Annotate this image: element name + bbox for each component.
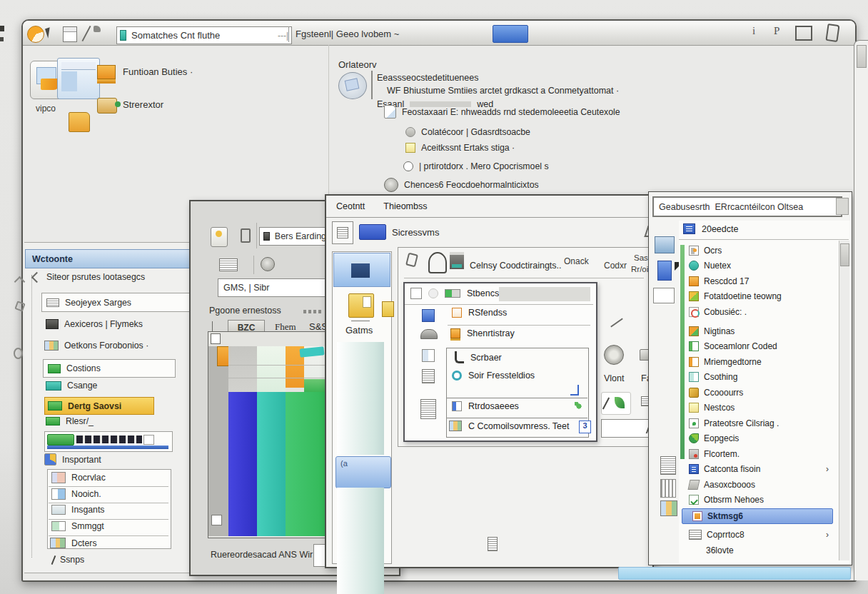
welcome-item-7[interactable]: Rlesr/_ bbox=[46, 416, 94, 426]
welcome-item-9[interactable]: Rocrvlac bbox=[51, 472, 106, 483]
tree-item[interactable]: Ccooourrs bbox=[679, 386, 839, 400]
popup-item-3[interactable]: Soir Fressteldios bbox=[452, 371, 535, 381]
w2-header-color[interactable]: Codxr bbox=[604, 261, 627, 271]
tree-item[interactable]: Soceamlonr Coded bbox=[679, 339, 839, 353]
function-buttons-label[interactable]: Funtioan Buties · bbox=[123, 66, 193, 77]
titlebar-search-field[interactable]: ---| bbox=[116, 26, 292, 44]
welcome-item-5[interactable]: Csange bbox=[46, 381, 97, 391]
welcome-item-4[interactable]: Costions bbox=[43, 359, 176, 378]
dome-icon[interactable] bbox=[420, 329, 438, 339]
yellow-tag-icon[interactable] bbox=[382, 301, 394, 317]
w3-search-field[interactable] bbox=[652, 196, 842, 217]
tree-item[interactable]: Csothing bbox=[679, 370, 839, 384]
panel-icon[interactable] bbox=[422, 349, 435, 362]
menu-content[interactable]: Ceotntt bbox=[332, 200, 369, 213]
tree-item[interactable]: Eopgecis bbox=[679, 431, 839, 446]
sphere-icon[interactable] bbox=[261, 257, 275, 271]
welcome-item-1[interactable]: Seojeyex Sarges bbox=[41, 293, 198, 312]
popup-item-0[interactable]: RSfendss bbox=[452, 308, 507, 318]
tree-item[interactable]: Ocrs bbox=[679, 243, 839, 258]
tree-item[interactable]: Fotatdoetine teowng bbox=[679, 289, 839, 303]
tree-scroll-thumb[interactable] bbox=[840, 243, 849, 266]
tree-item[interactable]: Nestcos bbox=[679, 401, 839, 415]
tree-item[interactable]: Aasoxcbooos bbox=[679, 478, 839, 492]
welcome-item-10[interactable]: Nooich. bbox=[51, 488, 101, 500]
maximize-icon[interactable] bbox=[795, 26, 812, 41]
tree-item-selected[interactable]: Sktmsg6 bbox=[682, 508, 833, 524]
w2-scroll-track-bottom[interactable] bbox=[337, 488, 384, 594]
popup-item-2[interactable]: Scrbaer bbox=[455, 351, 502, 363]
w2-blue-swatch[interactable] bbox=[359, 224, 386, 240]
welcome-item-6-selected[interactable]: Dertg Saovsi bbox=[44, 397, 154, 415]
w3-search-button[interactable] bbox=[836, 198, 849, 215]
options-row-3[interactable]: Colatécoor | Gdasrdtsoacbe bbox=[405, 127, 530, 137]
w2-scroll-track-top[interactable] bbox=[337, 342, 384, 455]
pin-icon[interactable] bbox=[241, 228, 251, 243]
grid-a-icon[interactable] bbox=[660, 456, 676, 475]
welcome-item-11[interactable]: Insgants bbox=[51, 505, 105, 515]
small-input[interactable] bbox=[601, 419, 650, 438]
options-row-1[interactable]: Eeassseocstedetituenees WF Bhiustume Smt… bbox=[371, 71, 700, 99]
table-icon[interactable] bbox=[660, 500, 677, 516]
w2-header-direct[interactable]: Onack bbox=[564, 256, 589, 266]
close-icon[interactable] bbox=[825, 24, 839, 42]
tower-icon[interactable] bbox=[450, 252, 464, 269]
grid-b-icon[interactable] bbox=[660, 479, 676, 498]
w2-scroll-thumb[interactable]: (a bbox=[335, 456, 391, 488]
menu-themes[interactable]: Thieombss bbox=[379, 200, 431, 213]
w2-grid-button[interactable] bbox=[332, 221, 353, 244]
tree-item[interactable]: Prateotsre Cilsriag . bbox=[679, 416, 839, 431]
tree-item[interactable]: Flcortem. bbox=[679, 447, 839, 461]
user-badge-icon[interactable] bbox=[211, 227, 228, 247]
list-lines-big-icon[interactable] bbox=[420, 399, 436, 419]
folder-tab-icon[interactable] bbox=[348, 293, 374, 318]
welcome-item-8[interactable]: Insportant bbox=[44, 453, 101, 465]
pen-leaf-button[interactable] bbox=[601, 392, 631, 415]
titlebar-search-input[interactable] bbox=[130, 29, 254, 41]
welcome-item-2[interactable]: Aexiceros | Flymeks bbox=[46, 319, 143, 329]
tree-item[interactable]: Coprrtoc8› bbox=[679, 528, 839, 542]
popup-header-row[interactable]: Stbencsort bbox=[410, 288, 510, 299]
selector-label[interactable]: Strerextor bbox=[123, 99, 163, 110]
w2-tab-building-selected[interactable] bbox=[333, 253, 390, 287]
minimize-icon[interactable]: i bbox=[752, 25, 755, 37]
window-preview-icon[interactable] bbox=[57, 58, 100, 99]
tree-item[interactable]: Nigtinas bbox=[679, 324, 839, 338]
tree-header-row[interactable]: 20eedcte bbox=[683, 223, 738, 234]
battery-icon[interactable] bbox=[657, 261, 672, 281]
tree-item[interactable]: Cobusiéc: . bbox=[679, 305, 839, 319]
options-row-5[interactable]: | prtirotdorx . Mero Cpocrismoel s bbox=[403, 161, 549, 171]
tree-item[interactable]: Mriemgedtorne bbox=[679, 355, 839, 369]
pencil-icon[interactable] bbox=[81, 26, 91, 41]
eb-box-icon[interactable] bbox=[653, 288, 675, 303]
welcome-item-13[interactable]: Dcters bbox=[50, 538, 97, 548]
folder-icon[interactable] bbox=[69, 112, 90, 132]
spreadsheet-icon[interactable] bbox=[63, 26, 77, 42]
options-row-6[interactable]: Chences6 Feocdoehormalnticixtos bbox=[384, 178, 539, 192]
welcome-item-3[interactable]: Oetkons Forobonios · bbox=[44, 341, 148, 351]
welcome-item-12[interactable]: Smmggt bbox=[51, 521, 104, 531]
popup-item-4[interactable]: Rtrdosaeees bbox=[452, 401, 519, 411]
welcome-item-0[interactable]: Siteor psrutes lootasegcs bbox=[33, 272, 145, 282]
globe-dot-icon[interactable] bbox=[604, 345, 624, 365]
w2-tab-label[interactable]: Gatms bbox=[345, 325, 373, 336]
popup-item-1[interactable]: Shenrtistray bbox=[450, 328, 515, 338]
edge-scroll-thumb[interactable] bbox=[857, 45, 867, 68]
lens-icon[interactable] bbox=[338, 72, 367, 99]
tree-scrollbar[interactable] bbox=[839, 241, 849, 560]
welcome-header[interactable]: Wctoonte bbox=[25, 249, 193, 268]
db-blue-icon[interactable] bbox=[422, 309, 435, 322]
w3-search-input[interactable] bbox=[657, 201, 837, 213]
list-lines-icon[interactable] bbox=[422, 369, 435, 383]
menu-icon[interactable]: P bbox=[774, 25, 779, 37]
tree-item[interactable]: Otbsrm Nehoes bbox=[679, 493, 839, 507]
tree-item[interactable]: Nuetex bbox=[679, 258, 839, 273]
dropdown-dashes[interactable] bbox=[303, 310, 323, 313]
tree-item[interactable]: Rescdcd 17 bbox=[679, 274, 839, 288]
titlebar-blue-button[interactable] bbox=[493, 25, 528, 43]
document-label[interactable]: Fgsteenl| Geeo lvobem ~ bbox=[296, 29, 399, 39]
tree-item[interactable]: Catconta fisoin› bbox=[679, 462, 839, 476]
layers-icon[interactable] bbox=[219, 258, 238, 271]
welcome-item-14[interactable]: Ssnps bbox=[53, 555, 84, 565]
monitor-icon[interactable] bbox=[655, 236, 675, 253]
